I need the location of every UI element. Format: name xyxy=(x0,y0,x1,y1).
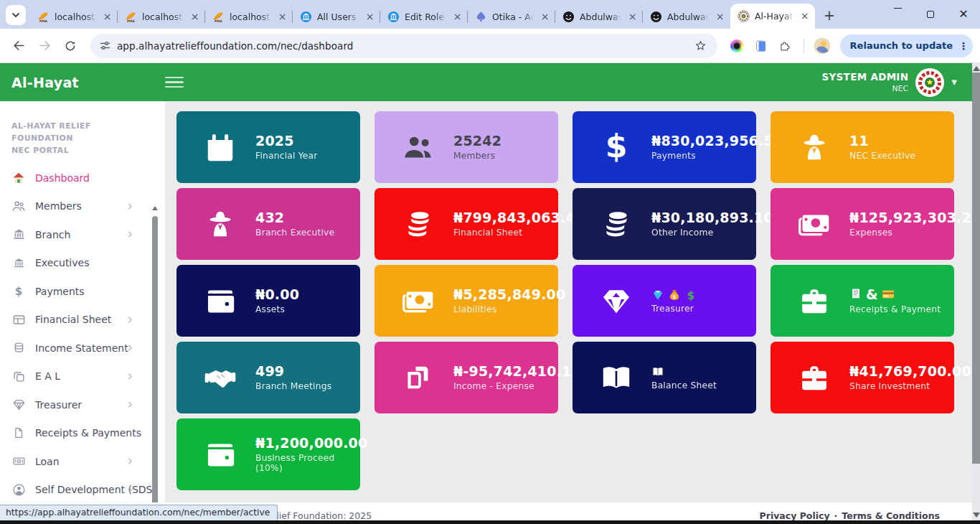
sidebar-item-income-statement[interactable]: Income Statement xyxy=(0,334,165,362)
scroll-up-icon[interactable] xyxy=(152,206,158,210)
card-branch-executive[interactable]: 432Branch Executive xyxy=(176,188,360,260)
card-receipts-payment[interactable]: & Receipts & Payment xyxy=(771,265,954,337)
card-nec-executive[interactable]: 11NEC Executive xyxy=(771,111,954,183)
tab-close-icon[interactable]: × xyxy=(364,11,376,23)
url-text[interactable]: app.alhayatrelieffoundation.com/nec/dash… xyxy=(117,40,690,52)
forward-button[interactable] xyxy=(33,34,56,57)
card-members[interactable]: 25242Members xyxy=(374,111,558,183)
card-balance-sheet[interactable]: Balance Sheet xyxy=(573,342,756,413)
user-menu-caret-icon[interactable]: ▼ xyxy=(951,78,957,86)
tab-close-icon[interactable]: × xyxy=(101,11,113,23)
tab-close-icon[interactable]: × xyxy=(451,11,463,23)
card-income-expense[interactable]: ₦-95,742,410.11Income - Expense xyxy=(374,342,558,413)
back-icon xyxy=(12,39,26,52)
card-other-income[interactable]: ₦30,180,893.10Other Income xyxy=(573,188,756,260)
sidebar-item-financial-sheet[interactable]: Financial Sheet xyxy=(0,306,165,334)
star-icon xyxy=(694,39,707,52)
card-share-investment[interactable]: ₦41,769,700.00Share Investment xyxy=(771,342,954,413)
sidebar-item-dashboard[interactable]: Dashboard xyxy=(0,164,165,192)
tab-all-users[interactable]: All Users× xyxy=(293,4,380,29)
reload-button[interactable] xyxy=(59,34,82,57)
sidebar-item-treasurer[interactable]: Treasurer xyxy=(0,390,165,419)
tab-search-button[interactable] xyxy=(6,5,26,25)
sidebar-scrollbar-thumb[interactable] xyxy=(152,216,158,502)
card-financial-year[interactable]: 2025Financial Year xyxy=(176,111,360,183)
chevron-right-icon xyxy=(126,457,135,466)
back-button[interactable] xyxy=(7,34,30,57)
privacy-policy-link[interactable]: Privacy Policy xyxy=(760,510,830,521)
profile-button[interactable] xyxy=(811,35,833,57)
minimize-button[interactable] xyxy=(881,0,914,29)
card-payments[interactable]: ₦830,023,956.57Payments xyxy=(573,111,756,183)
extension-page-button[interactable] xyxy=(750,35,772,57)
sidebar-item-payments[interactable]: $Payments xyxy=(0,277,165,306)
tab-otika[interactable]: Otika - Ac× xyxy=(468,4,555,29)
card-label: Financial Sheet xyxy=(453,228,558,238)
tab-close-icon[interactable]: × xyxy=(714,11,726,23)
tab-localhost-1[interactable]: localhost× xyxy=(30,4,118,29)
sidebar-item-members[interactable]: Members xyxy=(0,192,165,221)
sidebar-item-receipts-payments[interactable]: Receipts & Payments xyxy=(0,419,165,448)
extensions-button[interactable] xyxy=(775,35,796,57)
tab-close-icon[interactable]: × xyxy=(189,11,201,23)
tab-close-icon[interactable]: × xyxy=(626,11,639,23)
browser-tab-strip: localhost× localhost× localhost× All Use… xyxy=(0,0,980,29)
card-financial-sheet[interactable]: ₦799,843,063.47Financial Sheet xyxy=(374,188,558,260)
users-icon xyxy=(11,199,26,213)
tab-abdulwas-1[interactable]: Abdulwas× xyxy=(555,4,643,29)
card-expenses[interactable]: ₦125,923,303.21Expenses xyxy=(771,188,954,260)
scroll-down-icon[interactable] xyxy=(973,513,980,518)
card-liabilities[interactable]: ₦5,285,849.00Liabilities xyxy=(374,265,558,337)
tab-title: Abdulwas xyxy=(580,11,621,22)
extension-lens-button[interactable] xyxy=(726,35,748,57)
sidebar-item-executives[interactable]: Executives xyxy=(0,249,165,278)
sidebar-item-branch[interactable]: Branch xyxy=(0,220,165,249)
relaunch-label: Relaunch to update xyxy=(850,40,953,51)
browser-menu-icon[interactable] xyxy=(957,40,970,52)
tab-localhost-3[interactable]: localhost× xyxy=(205,4,293,29)
sidebar-item-self-development[interactable]: Self Development (SDS) xyxy=(0,476,165,502)
user-avatar[interactable] xyxy=(915,68,944,97)
hamburger-menu-icon[interactable] xyxy=(165,77,184,88)
tab-abdulwas-2[interactable]: Abdulwas× xyxy=(643,4,730,29)
tab-close-icon[interactable]: × xyxy=(539,11,551,23)
tab-close-icon[interactable]: × xyxy=(798,10,811,22)
home-icon xyxy=(11,171,26,185)
card-value: 432 xyxy=(255,210,334,225)
site-settings-icon[interactable] xyxy=(99,39,111,52)
tab-al-hayat-active[interactable]: Al-Hayat× xyxy=(730,4,815,29)
card-value-icons xyxy=(651,365,717,378)
terms-conditions-link[interactable]: Terms & Conditions xyxy=(842,510,940,521)
scroll-up-icon[interactable] xyxy=(973,66,980,71)
chevron-right-icon xyxy=(126,230,135,239)
card-business-proceed[interactable]: ₦1,200,000.00Business Proceed (10%) xyxy=(176,418,360,490)
tab-edit-role[interactable]: Edit Role× xyxy=(380,4,468,29)
maximize-button[interactable] xyxy=(914,0,947,29)
sidebar-item-loan[interactable]: Loan xyxy=(0,447,165,476)
header-user-area[interactable]: SYSTEM ADMIN NEC ▼ xyxy=(822,68,958,97)
relaunch-to-update-button[interactable]: Relaunch to update xyxy=(840,34,973,57)
address-bar[interactable]: app.alhayatrelieffoundation.com/nec/dash… xyxy=(90,34,717,58)
tab-close-icon[interactable]: × xyxy=(276,11,288,23)
close-button[interactable]: ✕ xyxy=(947,0,980,29)
new-tab-button[interactable]: + xyxy=(819,5,839,25)
app-brand[interactable]: Al-Hayat xyxy=(11,75,155,90)
chevron-right-icon xyxy=(126,202,135,211)
page-scrollbar[interactable] xyxy=(972,63,980,520)
tab-localhost-2[interactable]: localhost× xyxy=(118,4,205,29)
card-treasurer[interactable]: Treasurer xyxy=(573,265,756,337)
sidebar-item-label: Executives xyxy=(35,257,89,268)
bookmark-button[interactable] xyxy=(690,35,712,57)
sidebar-item-eal[interactable]: E A L xyxy=(0,362,165,391)
card-value: ₦799,843,063.47 xyxy=(453,210,558,225)
card-assets[interactable]: ₦0.00Assets xyxy=(176,265,360,337)
card-value: 2025 xyxy=(255,134,318,149)
page-scrollbar-thumb[interactable] xyxy=(972,72,980,464)
sidebar-scrollbar[interactable] xyxy=(152,206,158,502)
card-branch-meetings[interactable]: 499Branch Meetings xyxy=(176,342,360,413)
handshake-icon xyxy=(204,361,237,394)
briefcase-icon xyxy=(798,284,831,317)
card-label: Payments xyxy=(651,151,756,161)
wallet-icon xyxy=(204,284,237,317)
browser-toolbar: app.alhayatrelieffoundation.com/nec/dash… xyxy=(0,29,980,63)
